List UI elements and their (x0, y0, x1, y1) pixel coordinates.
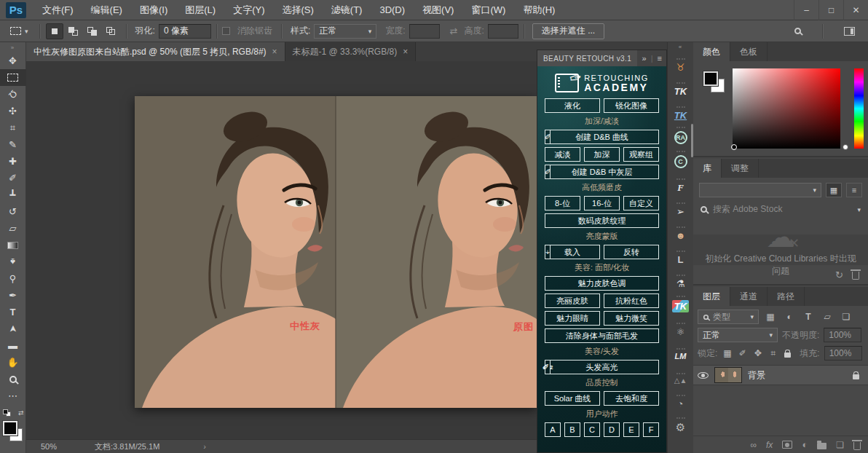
hand-tool[interactable]: ✋ (0, 354, 26, 371)
flask-panel-button[interactable]: ⚗ (670, 267, 692, 291)
tab-swatches[interactable]: 色板 (730, 42, 768, 61)
l-panel-button[interactable]: L (670, 243, 692, 267)
adjustment-layer-icon[interactable]: ◐ (802, 439, 808, 450)
desaturate-button[interactable]: 去饱和度 (604, 391, 659, 406)
document-tab-2[interactable]: 未标题-1 @ 33.3%(RGB/8) × (285, 42, 417, 61)
menu-image[interactable]: 图像(I) (131, 0, 176, 20)
glamour-skin-tone-button[interactable]: 魅力皮肤色调 (545, 276, 659, 291)
pen-tool[interactable]: ✒ (0, 287, 26, 304)
tab-layers[interactable]: 图层 (693, 287, 730, 306)
new-layer-icon[interactable]: ❏ (836, 440, 844, 450)
color-gradient-field[interactable] (733, 68, 840, 149)
load-button[interactable]: 载入 (545, 245, 600, 259)
maximize-button[interactable]: □ (818, 0, 843, 20)
db-curves-brush-button[interactable]: ✐ (545, 130, 551, 144)
tool-preset-picker[interactable]: ▾ (4, 23, 34, 40)
remove-hair-button[interactable]: 清除身体与面部毛发 (545, 328, 659, 343)
tk-color-panel-button[interactable]: TK (670, 291, 692, 315)
bird-panel-button[interactable]: ➢ (670, 195, 692, 219)
move-tool[interactable]: ✥ (0, 52, 26, 69)
anti-pink-button[interactable]: 抗粉红色 (604, 294, 659, 308)
user-action-a-button[interactable]: A (545, 422, 561, 437)
eraser-tool[interactable]: ▱ (0, 220, 26, 237)
menu-file[interactable]: 文件(F) (33, 0, 82, 20)
db-gray-brush-button[interactable]: ✐ (545, 165, 551, 179)
filter-type-layers-icon[interactable]: T (801, 310, 816, 324)
anti-alias-checkbox[interactable] (222, 27, 230, 35)
minimize-button[interactable]: – (794, 0, 818, 20)
digital-skin-texture-button[interactable]: 数码皮肤纹理 (545, 213, 659, 228)
cloud-refresh-icon[interactable]: ↻ (835, 269, 843, 280)
rectangular-marquee-tool[interactable] (0, 69, 26, 86)
grid-view-button[interactable]: ▦ (826, 183, 842, 197)
mountains-panel-button[interactable]: △▲ (670, 363, 692, 387)
adobe-stock-search[interactable]: 搜索 Adobe Stock ▾ (701, 203, 861, 216)
expand-panels-icon[interactable]: « (679, 42, 682, 51)
close-icon[interactable]: × (403, 47, 408, 57)
path-selection-tool[interactable]: ➤ (0, 320, 26, 337)
eyedropper-tool[interactable]: ✎ (0, 136, 26, 153)
close-button[interactable]: ✕ (843, 0, 868, 20)
user-action-b-button[interactable]: B (564, 422, 580, 437)
blend-mode-dropdown[interactable]: 正常 ▾ (698, 328, 778, 342)
user-action-d-button[interactable]: D (604, 422, 620, 437)
brush-tool[interactable]: ✐ (0, 170, 26, 186)
custom-button[interactable]: 自定义 (623, 196, 659, 210)
lock-move-icon[interactable]: ✥ (752, 346, 763, 361)
default-colors-icon[interactable] (3, 409, 12, 417)
subtract-selection-button[interactable] (84, 23, 101, 39)
gradient-tool[interactable] (0, 237, 26, 253)
close-icon[interactable]: × (272, 47, 277, 57)
lock-paint-icon[interactable]: ✐ (737, 346, 748, 361)
rotate-panel-button[interactable]: ◔ (670, 387, 692, 411)
edit-toolbar-button[interactable]: ⋯ (0, 387, 26, 404)
foreground-color-swatch[interactable] (3, 421, 17, 436)
beauty-panel-tab[interactable]: BEAUTY RETOUCH v3.1 (537, 50, 637, 66)
filter-pixel-layers-icon[interactable]: ▦ (763, 310, 778, 324)
lasso-tool[interactable]: Ω (0, 86, 26, 103)
style-dropdown[interactable]: 正常 ▾ (314, 24, 376, 39)
menu-edit[interactable]: 编辑(E) (82, 0, 131, 20)
user-action-c-button[interactable]: C (584, 422, 600, 437)
quick-selection-tool[interactable]: ✣ (0, 103, 26, 119)
portrait-panel-button[interactable]: ☻ (670, 219, 692, 243)
8bit-button[interactable]: 8-位 (545, 196, 580, 210)
add-mask-icon[interactable] (782, 441, 792, 449)
sharpen-image-button[interactable]: 锐化图像 (604, 98, 659, 113)
filter-smart-objects-icon[interactable]: ❏ (839, 310, 853, 324)
filter-shape-layers-icon[interactable]: ▱ (820, 310, 835, 324)
burn-button[interactable]: 加深 (584, 147, 620, 162)
width-input[interactable] (409, 24, 440, 39)
layer-thumbnail[interactable] (714, 367, 742, 383)
trash-icon[interactable] (852, 272, 859, 280)
swap-colors-icon[interactable]: ⇄ (18, 409, 24, 417)
bull-panel-button[interactable]: ♉ (670, 51, 692, 75)
solar-curve-button[interactable]: Solar 曲线 (545, 391, 600, 406)
opacity-input[interactable]: 100% (824, 328, 861, 342)
add-selection-button[interactable] (65, 23, 82, 39)
menu-help[interactable]: 帮助(H) (514, 0, 564, 20)
new-group-icon[interactable] (817, 443, 826, 449)
status-chevron-icon[interactable]: › (203, 442, 206, 451)
create-db-curves-button[interactable]: 创建 D&B 曲线 (545, 130, 659, 144)
tk-panel-button[interactable]: TK (670, 75, 692, 99)
layer-row-background[interactable]: 背景 (693, 365, 868, 385)
layer-filter-dropdown[interactable]: 类型 ▾ (698, 310, 759, 324)
tab-libraries[interactable]: 库 (693, 159, 722, 178)
select-and-mask-button[interactable]: 选择并遮住 ... (532, 23, 604, 39)
menu-select[interactable]: 选择(S) (273, 0, 322, 20)
clone-stamp-tool[interactable]: ┻ (0, 186, 26, 203)
lock-artboard-icon[interactable]: ⌗ (768, 346, 778, 361)
liquify-button[interactable]: 液化 (545, 98, 600, 113)
lock-all-icon[interactable] (784, 352, 791, 358)
link-layers-icon[interactable]: ∞ (750, 440, 757, 450)
f-stamp-panel-button[interactable]: F (670, 171, 692, 195)
lm-panel-button[interactable]: LM (670, 339, 692, 363)
tab-paths[interactable]: 路径 (768, 287, 805, 306)
rectangle-tool[interactable]: ▬ (0, 337, 26, 354)
search-icon[interactable] (794, 28, 801, 34)
gear-panel-button[interactable]: ⚙ (670, 411, 692, 436)
toolbar-collapse-icon[interactable]: » (11, 42, 15, 52)
history-brush-tool[interactable]: ↺ (0, 203, 26, 220)
bright-skin-button[interactable]: 亮丽皮肤 (545, 294, 600, 308)
